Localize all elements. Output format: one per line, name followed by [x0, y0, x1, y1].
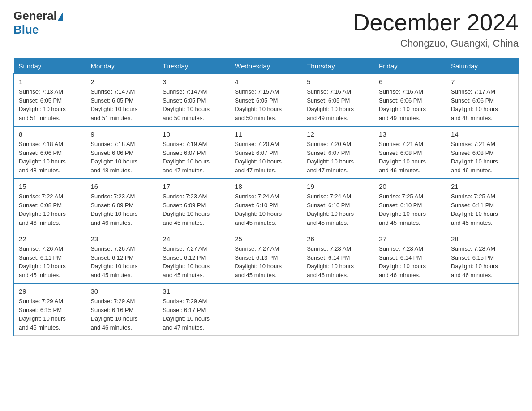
- day-info: Sunrise: 7:25 AMSunset: 6:10 PMDaylight:…: [379, 192, 442, 227]
- calendar-day-cell: 21Sunrise: 7:25 AMSunset: 6:11 PMDayligh…: [446, 179, 519, 231]
- calendar-week-row: 1Sunrise: 7:13 AMSunset: 6:05 PMDaylight…: [14, 74, 519, 126]
- location-title: Chongzuo, Guangxi, China: [353, 38, 519, 49]
- calendar-day-cell: 3Sunrise: 7:14 AMSunset: 6:05 PMDaylight…: [158, 74, 230, 126]
- day-number: 1: [19, 78, 81, 86]
- calendar-day-cell: 25Sunrise: 7:27 AMSunset: 6:13 PMDayligh…: [230, 231, 302, 283]
- header-saturday: Saturday: [446, 59, 519, 74]
- day-number: 11: [235, 130, 297, 138]
- day-number: 13: [379, 130, 442, 138]
- day-info: Sunrise: 7:27 AMSunset: 6:12 PMDaylight:…: [163, 244, 225, 279]
- calendar-day-cell: 10Sunrise: 7:19 AMSunset: 6:07 PMDayligh…: [158, 126, 230, 179]
- calendar-day-cell: 11Sunrise: 7:20 AMSunset: 6:07 PMDayligh…: [230, 126, 302, 179]
- day-info: Sunrise: 7:19 AMSunset: 6:07 PMDaylight:…: [163, 140, 225, 175]
- header-wednesday: Wednesday: [230, 59, 302, 74]
- logo-blue-text: Blue: [13, 23, 39, 36]
- calendar-day-cell: 23Sunrise: 7:26 AMSunset: 6:12 PMDayligh…: [86, 231, 158, 283]
- calendar-day-cell: 7Sunrise: 7:17 AMSunset: 6:06 PMDaylight…: [446, 74, 519, 126]
- day-info: Sunrise: 7:15 AMSunset: 6:05 PMDaylight:…: [235, 87, 297, 122]
- day-number: 29: [19, 287, 81, 295]
- calendar-day-cell: 12Sunrise: 7:20 AMSunset: 6:07 PMDayligh…: [302, 126, 374, 179]
- logo-triangle-icon: [58, 12, 63, 21]
- calendar-day-cell: [446, 283, 519, 336]
- day-info: Sunrise: 7:23 AMSunset: 6:09 PMDaylight:…: [90, 192, 153, 227]
- calendar-day-cell: [230, 283, 302, 336]
- header-thursday: Thursday: [302, 59, 374, 74]
- calendar-day-cell: 18Sunrise: 7:24 AMSunset: 6:10 PMDayligh…: [230, 179, 302, 231]
- day-number: 24: [163, 235, 225, 243]
- calendar-day-cell: 2Sunrise: 7:14 AMSunset: 6:05 PMDaylight…: [86, 74, 158, 126]
- header-friday: Friday: [374, 59, 446, 74]
- day-info: Sunrise: 7:29 AMSunset: 6:17 PMDaylight:…: [163, 297, 225, 332]
- calendar-day-cell: 24Sunrise: 7:27 AMSunset: 6:12 PMDayligh…: [158, 231, 230, 283]
- day-number: 27: [379, 235, 442, 243]
- day-number: 12: [307, 130, 369, 138]
- calendar-day-cell: 8Sunrise: 7:18 AMSunset: 6:06 PMDaylight…: [14, 126, 86, 179]
- calendar-day-cell: 26Sunrise: 7:28 AMSunset: 6:14 PMDayligh…: [302, 231, 374, 283]
- day-info: Sunrise: 7:29 AMSunset: 6:16 PMDaylight:…: [90, 297, 153, 332]
- day-info: Sunrise: 7:28 AMSunset: 6:14 PMDaylight:…: [307, 244, 369, 279]
- day-info: Sunrise: 7:26 AMSunset: 6:12 PMDaylight:…: [90, 244, 153, 279]
- calendar-day-cell: 4Sunrise: 7:15 AMSunset: 6:05 PMDaylight…: [230, 74, 302, 126]
- day-number: 10: [163, 130, 225, 138]
- day-info: Sunrise: 7:20 AMSunset: 6:07 PMDaylight:…: [235, 140, 297, 175]
- calendar-day-cell: [374, 283, 446, 336]
- day-number: 21: [451, 183, 514, 190]
- day-info: Sunrise: 7:25 AMSunset: 6:11 PMDaylight:…: [451, 192, 514, 227]
- day-number: 25: [235, 235, 297, 243]
- calendar-day-cell: 22Sunrise: 7:26 AMSunset: 6:11 PMDayligh…: [14, 231, 86, 283]
- day-info: Sunrise: 7:18 AMSunset: 6:06 PMDaylight:…: [90, 140, 153, 175]
- calendar-day-cell: 5Sunrise: 7:16 AMSunset: 6:05 PMDaylight…: [302, 74, 374, 126]
- day-number: 4: [235, 78, 297, 86]
- day-info: Sunrise: 7:28 AMSunset: 6:14 PMDaylight:…: [379, 244, 442, 279]
- calendar-header-row: SundayMondayTuesdayWednesdayThursdayFrid…: [14, 59, 519, 74]
- calendar-week-row: 8Sunrise: 7:18 AMSunset: 6:06 PMDaylight…: [14, 126, 519, 179]
- calendar-day-cell: 9Sunrise: 7:18 AMSunset: 6:06 PMDaylight…: [86, 126, 158, 179]
- day-number: 23: [90, 235, 153, 243]
- calendar-day-cell: 15Sunrise: 7:22 AMSunset: 6:08 PMDayligh…: [14, 179, 86, 231]
- day-number: 2: [90, 78, 153, 86]
- day-number: 28: [451, 235, 514, 243]
- calendar-day-cell: 19Sunrise: 7:24 AMSunset: 6:10 PMDayligh…: [302, 179, 374, 231]
- calendar-day-cell: 27Sunrise: 7:28 AMSunset: 6:14 PMDayligh…: [374, 231, 446, 283]
- day-number: 15: [19, 183, 81, 190]
- calendar-day-cell: 16Sunrise: 7:23 AMSunset: 6:09 PMDayligh…: [86, 179, 158, 231]
- calendar-week-row: 15Sunrise: 7:22 AMSunset: 6:08 PMDayligh…: [14, 179, 519, 231]
- calendar-week-row: 22Sunrise: 7:26 AMSunset: 6:11 PMDayligh…: [14, 231, 519, 283]
- page-header: General Blue December 2024 Chongzuo, Gua…: [13, 9, 519, 49]
- day-number: 20: [379, 183, 442, 190]
- day-info: Sunrise: 7:14 AMSunset: 6:05 PMDaylight:…: [163, 87, 225, 122]
- day-info: Sunrise: 7:22 AMSunset: 6:08 PMDaylight:…: [19, 192, 81, 227]
- day-number: 7: [451, 78, 514, 86]
- calendar-day-cell: 1Sunrise: 7:13 AMSunset: 6:05 PMDaylight…: [14, 74, 86, 126]
- day-number: 26: [307, 235, 369, 243]
- day-number: 16: [90, 183, 153, 190]
- day-number: 3: [163, 78, 225, 86]
- day-info: Sunrise: 7:21 AMSunset: 6:08 PMDaylight:…: [379, 140, 442, 175]
- calendar-week-row: 29Sunrise: 7:29 AMSunset: 6:15 PMDayligh…: [14, 283, 519, 336]
- calendar-day-cell: 29Sunrise: 7:29 AMSunset: 6:15 PMDayligh…: [14, 283, 86, 336]
- header-sunday: Sunday: [14, 59, 86, 74]
- day-info: Sunrise: 7:14 AMSunset: 6:05 PMDaylight:…: [90, 87, 153, 122]
- day-info: Sunrise: 7:27 AMSunset: 6:13 PMDaylight:…: [235, 244, 297, 279]
- header-monday: Monday: [86, 59, 158, 74]
- day-info: Sunrise: 7:18 AMSunset: 6:06 PMDaylight:…: [19, 140, 81, 175]
- day-number: 31: [163, 287, 225, 295]
- calendar-day-cell: 20Sunrise: 7:25 AMSunset: 6:10 PMDayligh…: [374, 179, 446, 231]
- day-number: 22: [19, 235, 81, 243]
- calendar-day-cell: 13Sunrise: 7:21 AMSunset: 6:08 PMDayligh…: [374, 126, 446, 179]
- title-section: December 2024 Chongzuo, Guangxi, China: [353, 9, 519, 49]
- month-title: December 2024: [353, 9, 519, 36]
- calendar-day-cell: 28Sunrise: 7:28 AMSunset: 6:15 PMDayligh…: [446, 231, 519, 283]
- logo: General Blue: [13, 9, 64, 37]
- day-number: 19: [307, 183, 369, 190]
- header-tuesday: Tuesday: [158, 59, 230, 74]
- day-number: 18: [235, 183, 297, 190]
- day-info: Sunrise: 7:13 AMSunset: 6:05 PMDaylight:…: [19, 87, 81, 122]
- calendar-day-cell: [302, 283, 374, 336]
- calendar-day-cell: 30Sunrise: 7:29 AMSunset: 6:16 PMDayligh…: [86, 283, 158, 336]
- calendar-table: SundayMondayTuesdayWednesdayThursdayFrid…: [13, 58, 519, 336]
- day-info: Sunrise: 7:23 AMSunset: 6:09 PMDaylight:…: [163, 192, 225, 227]
- day-info: Sunrise: 7:29 AMSunset: 6:15 PMDaylight:…: [19, 297, 81, 332]
- logo-general-text: General: [13, 9, 57, 23]
- day-number: 5: [307, 78, 369, 86]
